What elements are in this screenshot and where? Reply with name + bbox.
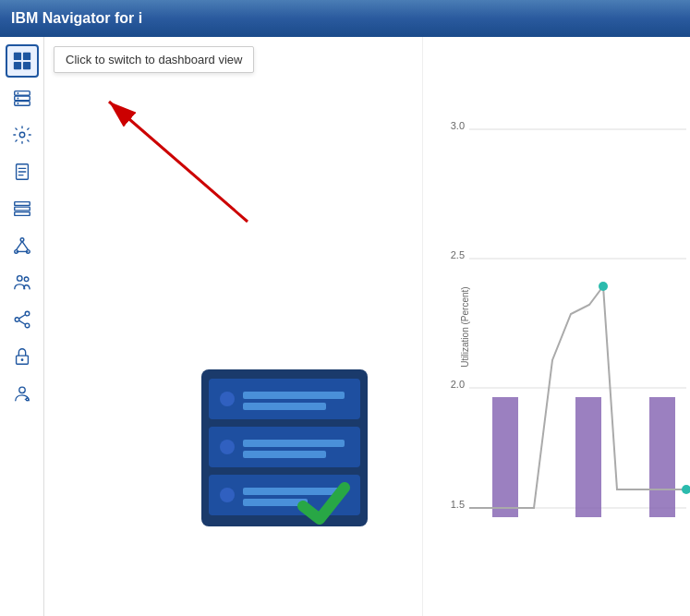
sidebar-item-dashboard[interactable] [6, 44, 39, 78]
svg-rect-59 [492, 397, 518, 517]
svg-rect-17 [14, 212, 30, 216]
app-title: IBM Navigator for i [11, 10, 142, 27]
svg-text:2.0: 2.0 [451, 379, 465, 390]
svg-rect-61 [649, 397, 675, 517]
app-header: IBM Navigator for i [0, 0, 690, 37]
sidebar [0, 37, 44, 616]
svg-line-37 [109, 102, 248, 222]
svg-rect-46 [243, 451, 326, 458]
svg-point-25 [24, 277, 29, 282]
svg-point-63 [682, 485, 690, 494]
svg-point-32 [20, 358, 23, 361]
svg-point-33 [18, 387, 24, 393]
tooltip-text: Click to switch to dashboard view [66, 53, 242, 66]
svg-rect-42 [243, 403, 326, 410]
svg-rect-3 [22, 62, 30, 69]
svg-line-29 [18, 315, 25, 319]
sidebar-item-share[interactable] [6, 303, 39, 336]
svg-text:2.5: 2.5 [451, 249, 465, 260]
svg-point-44 [220, 440, 235, 454]
svg-rect-2 [13, 62, 20, 69]
main-layout: Click to switch to dashboard view [0, 37, 690, 616]
svg-rect-6 [14, 102, 30, 106]
svg-rect-15 [14, 202, 30, 206]
sidebar-item-settings[interactable] [6, 118, 39, 151]
svg-point-62 [599, 282, 608, 291]
sidebar-item-users[interactable] [6, 266, 39, 299]
chart-svg: 3.0 2.5 2.0 1.5 [442, 37, 690, 616]
svg-line-22 [22, 241, 28, 249]
svg-text:1.5: 1.5 [451, 499, 465, 510]
svg-rect-16 [14, 207, 30, 211]
svg-rect-4 [14, 91, 30, 96]
svg-point-9 [17, 103, 18, 104]
arrow-indicator [91, 83, 275, 249]
svg-point-40 [220, 392, 235, 406]
svg-point-48 [220, 488, 235, 502]
svg-point-24 [17, 276, 22, 282]
svg-point-34 [26, 398, 29, 401]
svg-point-28 [25, 323, 30, 328]
sidebar-item-list[interactable] [6, 192, 39, 225]
svg-rect-60 [575, 397, 601, 517]
content-area: Click to switch to dashboard view [44, 37, 690, 616]
svg-point-18 [20, 238, 24, 242]
svg-rect-0 [13, 53, 20, 60]
dashboard-view-tooltip[interactable]: Click to switch to dashboard view [54, 46, 254, 73]
sidebar-item-network[interactable] [6, 229, 39, 262]
sidebar-item-server[interactable] [6, 81, 39, 115]
sidebar-item-security[interactable] [6, 340, 39, 373]
sidebar-item-profile[interactable] [6, 377, 39, 410]
svg-point-7 [17, 92, 18, 94]
svg-rect-5 [14, 96, 30, 101]
svg-rect-41 [243, 392, 345, 399]
svg-rect-45 [243, 440, 345, 447]
server-status-icon [201, 369, 368, 526]
svg-point-27 [15, 318, 19, 322]
svg-text:3.0: 3.0 [451, 120, 465, 131]
sidebar-item-tasks[interactable] [6, 155, 39, 188]
svg-line-30 [18, 320, 25, 324]
utilization-chart: Utilization (Percent) 3.0 2.5 2.0 1.5 [422, 37, 690, 616]
svg-line-21 [16, 241, 21, 249]
svg-point-8 [17, 98, 18, 100]
svg-rect-49 [243, 488, 345, 495]
svg-point-26 [25, 311, 30, 316]
svg-point-10 [19, 132, 25, 138]
svg-rect-1 [22, 53, 30, 60]
